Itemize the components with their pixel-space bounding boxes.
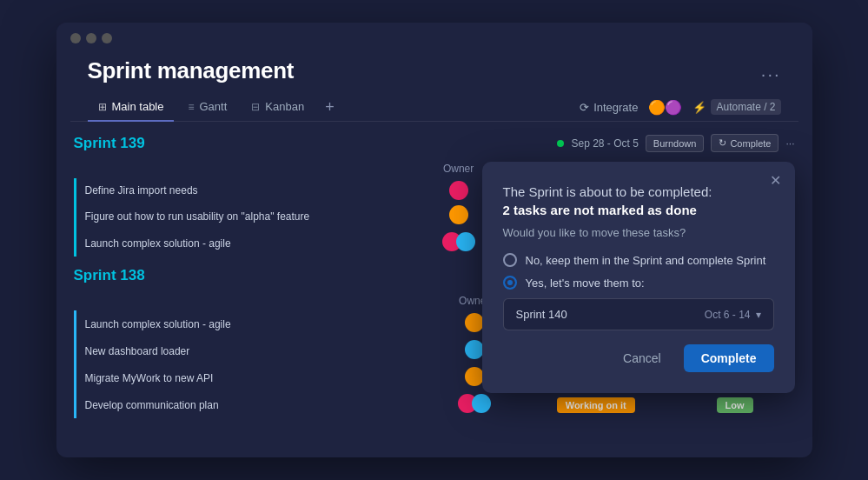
task-name: Migrate MyWork to new API	[75, 364, 434, 391]
modal-title-bold: 2 tasks are not marked as done	[503, 203, 697, 217]
radio-option-no[interactable]: No, keep them in the Sprint and complete…	[503, 253, 774, 267]
radio-no-circle	[503, 253, 517, 267]
add-tab-button[interactable]: +	[318, 95, 341, 120]
radio-yes-circle	[503, 276, 517, 290]
sprint-complete-modal: ✕ The Sprint is about to be completed: 2…	[482, 162, 795, 393]
status-badge: Working on it	[557, 397, 635, 413]
kanban-icon: ⊟	[251, 101, 260, 113]
col-owner: Owner	[434, 159, 483, 178]
complete-sprint-button[interactable]: ↻ Complete	[711, 134, 779, 152]
gantt-icon: ≡	[188, 101, 194, 113]
task-owner	[434, 230, 483, 257]
chevron-down-icon: ▾	[756, 309, 761, 321]
priority-badge: Low	[717, 397, 753, 413]
radio-no-label: No, keep them in the Sprint and complete…	[526, 254, 766, 267]
task-name: Launch complex solution - agile	[75, 310, 434, 337]
task-priority[interactable]: Low	[676, 391, 793, 418]
title-bar: Sprint management ... ⊞ Main table ≡ Gan…	[56, 23, 812, 122]
automate-button[interactable]: ⚡ Automate / 2	[692, 99, 780, 115]
sprint-select-name: Sprint 140	[516, 308, 567, 321]
sprint-select-date: Oct 6 - 14	[705, 309, 751, 321]
page-header: Sprint management ...	[70, 57, 798, 93]
task-owner	[434, 203, 483, 230]
radio-yes-label: Yes, let's move them to:	[526, 277, 645, 290]
modal-close-button[interactable]: ✕	[770, 174, 781, 188]
tabs-right: ⟳ Integrate 🟠 🟣 ⚡ Automate / 2	[580, 99, 780, 116]
complete-label: Complete	[730, 138, 771, 149]
tab-kanban[interactable]: ⊟ Kanban	[241, 93, 315, 122]
burndown-button[interactable]: Burndown	[646, 135, 705, 152]
integrate-icon: ⟳	[580, 101, 589, 114]
sprint-139-meta: Sep 28 - Oct 5 Burndown ↻ Complete ···	[557, 134, 794, 152]
modal-title: The Sprint is about to be completed: 2 t…	[503, 183, 774, 219]
traffic-light-maximize[interactable]	[102, 33, 112, 43]
app-window: Sprint management ... ⊞ Main table ≡ Gan…	[56, 23, 812, 457]
integrate-button[interactable]: ⟳ Integrate	[580, 101, 638, 114]
col-task	[75, 159, 434, 178]
sprint-select-right: Oct 6 - 14 ▾	[705, 309, 761, 321]
task-owner	[434, 391, 516, 418]
sprint-139-date: Sep 28 - Oct 5	[571, 137, 638, 150]
sprint-139-title: Sprint 139	[74, 135, 145, 152]
tab-kanban-label: Kanban	[265, 100, 304, 113]
task-name: Figure out how to run usability on "alph…	[75, 203, 434, 230]
task-name: Develop communication plan	[75, 391, 434, 418]
radio-option-yes[interactable]: Yes, let's move them to:	[503, 276, 774, 290]
tabs-bar: ⊞ Main table ≡ Gantt ⊟ Kanban + ⟳ Integr…	[70, 93, 798, 122]
traffic-lights	[70, 33, 798, 43]
automate-label: Automate / 2	[711, 99, 780, 115]
task-name: Launch complex solution - agile	[75, 230, 434, 257]
cancel-button[interactable]: Cancel	[609, 344, 675, 372]
task-name: New dashboard loader	[75, 337, 434, 364]
page-title: Sprint management	[88, 57, 295, 84]
modal-title-prefix: The Sprint is about to be completed:	[503, 184, 712, 199]
task-name: Define Jira import needs	[75, 178, 434, 203]
integrate-label: Integrate	[593, 101, 638, 114]
task-owner	[434, 178, 483, 203]
table-row: Develop communication plan Working on it…	[75, 391, 793, 418]
modal-subtitle: Would you like to move these tasks?	[503, 226, 774, 239]
sprint-138-title: Sprint 138	[74, 267, 145, 284]
tab-gantt-label: Gantt	[200, 100, 228, 113]
col-task	[75, 291, 434, 310]
traffic-light-close[interactable]	[70, 33, 81, 43]
avatars-group: 🟠 🟣	[648, 99, 682, 116]
sprint-active-dot	[557, 140, 564, 147]
sprint-select-dropdown[interactable]: Sprint 140 Oct 6 - 14 ▾	[503, 298, 774, 330]
table-icon: ⊞	[98, 101, 107, 113]
traffic-light-minimize[interactable]	[86, 33, 96, 43]
modal-actions: Cancel Complete	[503, 344, 774, 372]
tab-main-table[interactable]: ⊞ Main table	[88, 93, 175, 122]
sprint-139-header: Sprint 139 Sep 28 - Oct 5 Burndown ↻ Com…	[74, 134, 795, 152]
complete-button[interactable]: Complete	[684, 344, 774, 372]
lightning-icon: ⚡	[692, 101, 706, 114]
more-options-icon[interactable]: ...	[761, 61, 781, 81]
task-status[interactable]: Working on it	[515, 391, 676, 418]
complete-icon: ↻	[719, 137, 726, 149]
tab-main-table-label: Main table	[112, 100, 164, 113]
tab-gantt[interactable]: ≡ Gantt	[177, 93, 237, 122]
sprint-139-more-icon[interactable]: ···	[785, 137, 794, 150]
